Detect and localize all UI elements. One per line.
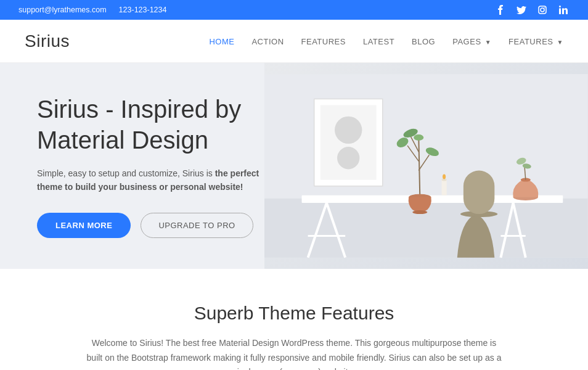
nav-item-features[interactable]: FEATURES (301, 36, 346, 47)
twitter-icon[interactable] (515, 4, 528, 16)
features-section: Superb Theme Features Welcome to Sirius!… (0, 269, 588, 370)
svg-rect-28 (442, 180, 447, 195)
social-links (494, 4, 570, 16)
nav-item-features2[interactable]: FEATURES ▼ (508, 36, 563, 47)
phone-label: 123-123-1234 (119, 6, 167, 14)
svg-point-30 (443, 175, 446, 179)
instagram-icon[interactable] (536, 4, 549, 16)
svg-point-16 (335, 117, 362, 144)
svg-rect-32 (463, 170, 494, 214)
nav-link-blog[interactable]: BLOG (412, 37, 435, 46)
learn-more-button[interactable]: LEARN MORE (37, 213, 131, 238)
nav-item-pages[interactable]: PAGES ▼ (452, 36, 491, 47)
svg-point-4 (559, 6, 561, 7)
upgrade-to-pro-button[interactable]: UPGRADE TO PRO (141, 213, 253, 238)
svg-rect-3 (559, 9, 561, 15)
facebook-icon[interactable] (494, 4, 507, 16)
nav-item-action[interactable]: ACTION (251, 36, 284, 47)
brand-logo[interactable]: Sirius (25, 31, 70, 51)
features-dropdown-arrow: ▼ (557, 39, 563, 46)
nav-link-latest[interactable]: LATEST (363, 37, 394, 46)
hero-image (264, 63, 588, 269)
nav-link-home[interactable]: HOME (209, 37, 234, 46)
pages-dropdown-arrow: ▼ (485, 39, 491, 46)
nav-item-blog[interactable]: BLOG (412, 36, 435, 47)
svg-point-2 (544, 7, 545, 9)
features-section-description: Welcome to Sirius! The best free Materia… (84, 336, 504, 370)
linkedin-icon[interactable] (557, 4, 570, 16)
svg-point-27 (412, 210, 427, 214)
hero-buttons: LEARN MORE UPGRADE TO PRO (37, 213, 271, 238)
hero-title: Sirius - Inspired by Material Design (37, 94, 271, 155)
hero-section: Sirius - Inspired by Material Design Sim… (0, 63, 588, 269)
nav-link-pages[interactable]: PAGES ▼ (452, 37, 491, 46)
nav-links: HOME ACTION FEATURES LATEST BLOG PAGES ▼… (209, 36, 563, 47)
svg-point-17 (337, 147, 359, 169)
svg-point-25 (414, 134, 423, 141)
features-section-title: Superb Theme Features (25, 303, 563, 324)
nav-link-action[interactable]: ACTION (251, 37, 284, 46)
svg-point-1 (541, 8, 544, 12)
nav-item-home[interactable]: HOME (209, 36, 234, 47)
email-label: support@lyrathemes.com (18, 6, 107, 14)
nav-link-features2[interactable]: FEATURES ▼ (508, 37, 563, 46)
hero-content: Sirius - Inspired by Material Design Sim… (0, 63, 308, 269)
desk-scene-svg (264, 63, 588, 269)
navbar: Sirius HOME ACTION FEATURES LATEST BLOG … (0, 20, 588, 63)
hero-description: Simple, easy to setup and customize, Sir… (37, 166, 271, 194)
svg-rect-0 (539, 6, 546, 14)
top-bar-left: support@lyrathemes.com 123-123-1234 (18, 6, 166, 14)
top-bar: support@lyrathemes.com 123-123-1234 (0, 0, 588, 20)
nav-item-latest[interactable]: LATEST (363, 36, 394, 47)
nav-link-features[interactable]: FEATURES (301, 37, 346, 46)
